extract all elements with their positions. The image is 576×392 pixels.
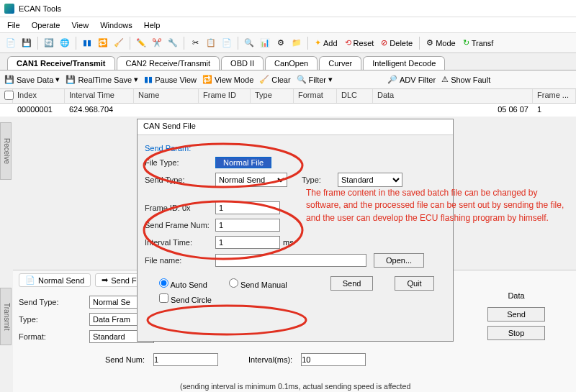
lower-interval-label: Interval(ms): bbox=[248, 355, 292, 364]
intervaltime-label: Interval Time: bbox=[145, 238, 215, 247]
cut-icon[interactable]: ✂ bbox=[189, 37, 202, 50]
grid-header: Index Interval Time Name Frame ID Type F… bbox=[0, 89, 576, 104]
can-send-file-dialog: CAN Send File Send Param: File Type: Nor… bbox=[137, 119, 454, 342]
pause-icon[interactable]: ▮▮ bbox=[81, 37, 94, 50]
col-type[interactable]: Type bbox=[251, 89, 294, 103]
pause-view-button[interactable]: ▮▮Pause View bbox=[144, 75, 197, 84]
open-button[interactable]: Open... bbox=[374, 253, 424, 268]
col-name[interactable]: Name bbox=[134, 89, 199, 103]
view-mode-button[interactable]: 🔁View Mode bbox=[202, 75, 253, 84]
col-interval[interactable]: Interval Time bbox=[65, 89, 134, 103]
mode-button[interactable]: ⚙Mode bbox=[424, 38, 458, 47]
autosend-radio[interactable]: Auto Send bbox=[159, 278, 207, 289]
menu-file[interactable]: File bbox=[7, 21, 20, 29]
dlg-quit-button[interactable]: Quit bbox=[395, 276, 433, 291]
sendtype-label: Send Type: bbox=[145, 176, 215, 184]
realtime-save-button[interactable]: 💾RealTime Save ▾ bbox=[66, 75, 138, 84]
interval-unit: ms bbox=[283, 238, 294, 247]
frameid-label: Frame ID: 0x bbox=[145, 204, 215, 212]
table-row[interactable]: 00000001 624.968.704 05 06 07 1 bbox=[0, 104, 576, 117]
tool2-icon[interactable]: ✂️ bbox=[150, 37, 163, 50]
transmit-side-tab[interactable]: Transmit bbox=[0, 288, 12, 345]
clear-icon[interactable]: 🧹 bbox=[112, 37, 125, 50]
type-select[interactable]: Standard bbox=[338, 173, 402, 187]
refresh-icon[interactable]: 🔄 bbox=[42, 37, 55, 50]
frameid-input[interactable] bbox=[215, 201, 280, 214]
new-icon[interactable]: 📄 bbox=[4, 37, 17, 50]
delete-button[interactable]: ⊘Delete bbox=[379, 38, 415, 47]
save-icon[interactable]: 💾 bbox=[20, 37, 33, 50]
world-icon[interactable]: 🌐 bbox=[58, 37, 71, 50]
receive-side-tab[interactable]: Receive bbox=[0, 122, 12, 180]
transfer-button[interactable]: ↻Transf bbox=[461, 38, 496, 47]
lower-tab-normal[interactable]: 📄Normal Send bbox=[19, 273, 91, 287]
sendtype-select[interactable]: Normal Send bbox=[215, 173, 287, 187]
annotation-text: The frame content in the saved batch fil… bbox=[306, 187, 565, 224]
lower-format-label: Format: bbox=[19, 332, 89, 341]
lower-type-label: Type: bbox=[19, 315, 89, 324]
clear-button[interactable]: 🧹Clear bbox=[259, 75, 290, 84]
tab-can2[interactable]: CAN2 Receive/Transmit bbox=[117, 56, 220, 70]
col-frameid[interactable]: Frame ID bbox=[199, 89, 251, 103]
tool3-icon[interactable]: 🔧 bbox=[166, 37, 179, 50]
show-fault-button[interactable]: ⚠Show Fault bbox=[441, 75, 490, 84]
filename-input[interactable] bbox=[215, 254, 366, 267]
cell-index: 00000001 bbox=[13, 104, 65, 117]
lower-sendnum-input[interactable] bbox=[153, 353, 218, 366]
copy-icon[interactable]: 📋 bbox=[204, 37, 217, 50]
tool6-icon[interactable]: ⚙ bbox=[274, 37, 287, 50]
dialog-title: CAN Send File bbox=[138, 119, 453, 135]
menu-help[interactable]: Help bbox=[144, 21, 161, 29]
main-toolbar: 📄 💾 🔄 🌐 ▮▮ 🔁 🧹 ✏️ ✂️ 🔧 ✂ 📋 📄 🔍 📊 ⚙ 📁 ✦Ad… bbox=[0, 33, 576, 53]
menubar: File Operate View Windows Help bbox=[0, 17, 576, 33]
sendcircle-checkbox[interactable]: Send Circle bbox=[159, 296, 212, 304]
lower-stop-button[interactable]: Stop bbox=[487, 326, 545, 340]
col-format[interactable]: Format bbox=[294, 89, 337, 103]
col-index[interactable]: Index bbox=[13, 89, 65, 103]
menu-view[interactable]: View bbox=[71, 21, 89, 29]
col-data[interactable]: Data bbox=[373, 89, 533, 103]
lower-interval-input[interactable] bbox=[301, 353, 366, 366]
app-logo-icon bbox=[4, 4, 14, 14]
col-dlc[interactable]: DLC bbox=[337, 89, 373, 103]
tab-obd[interactable]: OBD II bbox=[221, 56, 264, 70]
filename-label: File name: bbox=[145, 256, 215, 265]
tab-canopen[interactable]: CanOpen bbox=[265, 56, 318, 70]
sub-toolbar: 💾Save Data ▾ 💾RealTime Save ▾ ▮▮Pause Vi… bbox=[0, 70, 576, 89]
dlg-send-button[interactable]: Send bbox=[330, 276, 374, 291]
intervaltime-input[interactable] bbox=[215, 236, 280, 249]
sendparam-label: Send Param: bbox=[145, 144, 446, 152]
main-tabs: CAN1 Receive/Transmit CAN2 Receive/Trans… bbox=[0, 53, 576, 70]
cell-data: 05 06 07 bbox=[373, 104, 533, 117]
tool5-icon[interactable]: 📊 bbox=[258, 37, 271, 50]
tab-curver[interactable]: Curver bbox=[319, 56, 361, 70]
lower-data-label: Data bbox=[508, 291, 524, 300]
col-frame[interactable]: Frame ... bbox=[533, 89, 576, 103]
tool1-icon[interactable]: ✏️ bbox=[135, 37, 148, 50]
sendframenum-input[interactable] bbox=[215, 219, 280, 232]
save-data-button[interactable]: 💾Save Data ▾ bbox=[4, 75, 60, 84]
lower-sendnum-label: Send Num: bbox=[105, 355, 145, 364]
sendframenum-label: Send Frame Num: bbox=[145, 221, 215, 229]
paste-icon[interactable]: 📄 bbox=[220, 37, 233, 50]
lower-sendtype-label: Send Type: bbox=[19, 298, 89, 306]
tool7-icon[interactable]: 📁 bbox=[290, 37, 303, 50]
sendmanual-radio[interactable]: Send Manual bbox=[229, 278, 287, 289]
menu-operate[interactable]: Operate bbox=[32, 21, 60, 29]
titlebar: ECAN Tools bbox=[0, 0, 576, 17]
app-title: ECAN Tools bbox=[19, 4, 61, 13]
tool4-icon[interactable]: 🔍 bbox=[243, 37, 256, 50]
filetype-label: File Type: bbox=[145, 158, 215, 167]
type-label: Type: bbox=[302, 176, 338, 184]
tab-can1[interactable]: CAN1 Receive/Transmit bbox=[7, 56, 115, 70]
filter-button[interactable]: 🔍Filter ▾ bbox=[297, 75, 333, 84]
tab-decode[interactable]: Intelligent Decode bbox=[363, 56, 445, 70]
adv-filter-button[interactable]: 🔎ADV Filter bbox=[387, 75, 436, 84]
menu-windows[interactable]: Windows bbox=[100, 21, 132, 29]
lower-send-button[interactable]: Send bbox=[487, 307, 545, 322]
view-icon[interactable]: 🔁 bbox=[96, 37, 109, 50]
filetype-value[interactable]: Normal File bbox=[215, 157, 271, 168]
add-button[interactable]: ✦Add bbox=[312, 38, 340, 47]
reset-button[interactable]: ⟲Reset bbox=[343, 38, 377, 47]
cell-frame: 1 bbox=[533, 104, 576, 117]
